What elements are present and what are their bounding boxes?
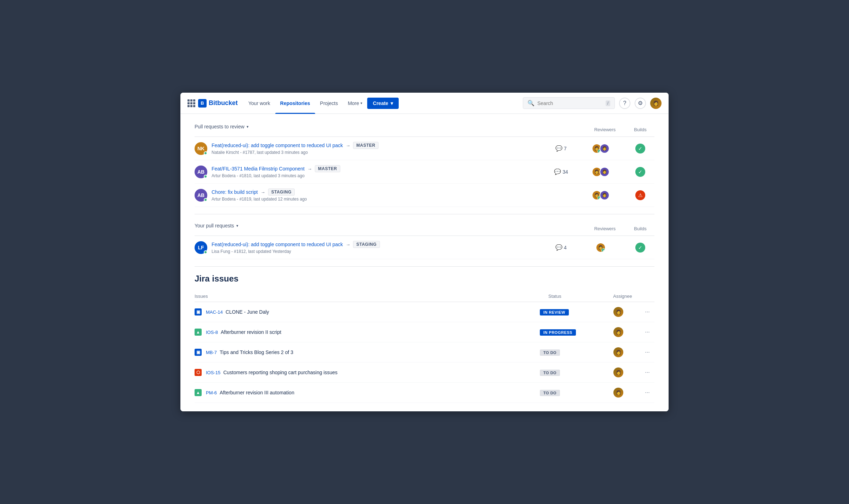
build-success-icon: ✓ xyxy=(635,243,645,253)
issue-title: CLONE - June Daly xyxy=(226,309,269,315)
reviewer-avatar: 👩 xyxy=(600,190,610,200)
pr-author-avatar-wrap: AB xyxy=(195,166,207,178)
issue-row: ⬡ IOS-15 Customers reporting shoping car… xyxy=(195,363,654,383)
reviewer-avatar: ✓ 👩 xyxy=(596,243,606,253)
nav-more[interactable]: More ▾ xyxy=(343,93,367,114)
issue-more-button[interactable]: ··· xyxy=(640,389,654,396)
help-icon[interactable]: ? xyxy=(619,98,630,109)
assignee-avatar: 👩 xyxy=(613,307,623,317)
search-icon: 🔍 xyxy=(527,100,535,106)
pr-status-dot xyxy=(204,198,207,202)
pr-meta: Natalie Kirscht - #1787, last updated 3 … xyxy=(212,150,543,155)
issue-row: ▲ IOS-8 Afterburner revision II script I… xyxy=(195,322,654,342)
issue-story-icon: ▲ xyxy=(195,329,202,336)
issue-assignee: 👩 xyxy=(601,307,636,317)
search-input[interactable] xyxy=(537,100,603,106)
pr-title[interactable]: Feat/FIL-3571 Media Filmstrip Component … xyxy=(212,165,543,172)
issue-id[interactable]: MB-7 xyxy=(206,350,217,355)
pr-author-avatar-wrap: AB xyxy=(195,189,207,202)
pr-to-review-label[interactable]: Pull requests to review ▾ xyxy=(195,124,249,129)
issue-title: Customers reporting shoping cart purchas… xyxy=(223,370,337,375)
pr-status-dot xyxy=(204,250,207,254)
pr-content: Chore: fix build script → STAGING Artur … xyxy=(212,189,543,202)
pr-title[interactable]: Chore: fix build script → STAGING xyxy=(212,189,543,196)
your-pr-chevron-icon: ▾ xyxy=(236,224,238,228)
bitbucket-logo[interactable]: B Bitbucket xyxy=(198,99,238,108)
pr-arrow-icon: → xyxy=(346,242,350,247)
pr-comment-count: 💬 7 xyxy=(547,145,575,152)
navbar: B Bitbucket Your work Repositories Proje… xyxy=(180,93,669,114)
pr-row: AB Feat/FIL-3571 Media Filmstrip Compone… xyxy=(195,160,654,184)
issue-more-button[interactable]: ··· xyxy=(640,369,654,376)
your-pr-header: Your pull requests ▾ Reviewers Builds xyxy=(195,221,654,236)
pr-builds: ✓ xyxy=(626,167,654,177)
nav-your-work[interactable]: Your work xyxy=(243,93,275,114)
issue-bug-icon: ⬡ xyxy=(195,369,202,376)
section-divider xyxy=(195,214,654,214)
issue-assignee: 👩 xyxy=(601,327,636,337)
issues-table-header: Issues Status Assignee xyxy=(195,291,654,302)
create-button[interactable]: Create ▾ xyxy=(367,98,399,109)
create-chevron-icon: ▾ xyxy=(391,100,393,106)
nav-projects[interactable]: Projects xyxy=(315,93,343,114)
comment-icon: 💬 xyxy=(555,145,562,152)
issue-status: TO DO xyxy=(540,389,596,396)
pr-row: AB Chore: fix build script → STAGING Art… xyxy=(195,184,654,207)
issue-id[interactable]: MAC-14 xyxy=(206,309,223,315)
issue-assignee: 👩 xyxy=(601,367,636,377)
issue-status: IN PROGRESS xyxy=(540,329,596,335)
pr-row: LF Feat(reduced-ui): add toggle componen… xyxy=(195,236,654,259)
pr-builds: ✓ xyxy=(626,144,654,153)
status-badge: TO DO xyxy=(540,349,560,356)
bb-logo-icon: B xyxy=(198,99,207,108)
search-shortcut: / xyxy=(606,100,610,106)
pr-author-avatar-wrap: LF xyxy=(195,241,207,254)
build-error-icon: ⚠ xyxy=(635,190,645,200)
pr-meta: Lisa Fung - #1812, last updated Yesterda… xyxy=(212,249,543,254)
pr-arrow-icon: → xyxy=(307,166,312,172)
your-pr-cols: Reviewers Builds xyxy=(584,226,654,231)
status-badge: TO DO xyxy=(540,390,560,396)
settings-icon[interactable]: ⚙ xyxy=(635,98,646,109)
issue-row: ▣ MB-7 Tips and Tricks Blog Series 2 of … xyxy=(195,342,654,363)
issue-id[interactable]: IOS-15 xyxy=(206,370,220,375)
pr-arrow-icon: → xyxy=(261,190,265,195)
pr-reviewers: ✓ 👩 xyxy=(579,243,622,253)
pr-reviewers-group: ✓ 👩 👩 xyxy=(592,190,610,200)
pr-title[interactable]: Feat(reduced-ui): add toggle component t… xyxy=(212,241,543,248)
pr-author-avatar-wrap: NK xyxy=(195,142,207,155)
pr-status-dot xyxy=(204,151,207,155)
pr-reviewers: ✓ 👩 👩 xyxy=(579,144,622,153)
search-bar[interactable]: 🔍 / xyxy=(523,97,615,109)
issue-more-button[interactable]: ··· xyxy=(640,309,654,315)
pr-reviewers-group: ✓ 👩 👩 xyxy=(592,144,610,153)
issue-content: MB-7 Tips and Tricks Blog Series 2 of 3 xyxy=(206,349,536,355)
issue-id[interactable]: IOS-8 xyxy=(206,330,218,335)
nav-right: 🔍 / ? ⚙ 👩 xyxy=(523,97,662,109)
user-avatar[interactable]: 👩 xyxy=(650,98,662,109)
status-badge: TO DO xyxy=(540,370,560,376)
issue-id[interactable]: PM-6 xyxy=(206,390,217,395)
jira-issues-section: Jira issues Issues Status Assignee ▣ MAC… xyxy=(195,274,654,403)
issue-task-icon: ▣ xyxy=(195,308,202,315)
nav-repositories[interactable]: Repositories xyxy=(275,93,315,114)
issue-title: Afterburner revision III automation xyxy=(220,390,294,395)
comment-icon: 💬 xyxy=(555,244,562,251)
apps-icon[interactable] xyxy=(187,99,195,107)
issue-more-button[interactable]: ··· xyxy=(640,349,654,355)
status-badge: IN PROGRESS xyxy=(540,329,576,336)
pr-reviewers-group: 👩 👩 xyxy=(592,167,610,177)
pr-to-review-chevron-icon: ▾ xyxy=(247,124,249,129)
pr-row: NK Feat(reduced-ui): add toggle componen… xyxy=(195,137,654,160)
pr-title[interactable]: Feat(reduced-ui): add toggle component t… xyxy=(212,142,543,149)
main-content: Pull requests to review ▾ Reviewers Buil… xyxy=(180,114,669,411)
comment-icon: 💬 xyxy=(554,168,561,175)
pr-builds: ✓ xyxy=(626,243,654,253)
issue-content: MAC-14 CLONE - June Daly xyxy=(206,309,536,315)
pr-reviewers: ✓ 👩 👩 xyxy=(579,190,622,200)
assignee-avatar: 👩 xyxy=(613,347,623,357)
issue-title: Tips and Tricks Blog Series 2 of 3 xyxy=(220,349,293,355)
issue-more-button[interactable]: ··· xyxy=(640,329,654,335)
your-pr-label[interactable]: Your pull requests ▾ xyxy=(195,223,238,228)
pr-content: Feat/FIL-3571 Media Filmstrip Component … xyxy=(212,165,543,178)
